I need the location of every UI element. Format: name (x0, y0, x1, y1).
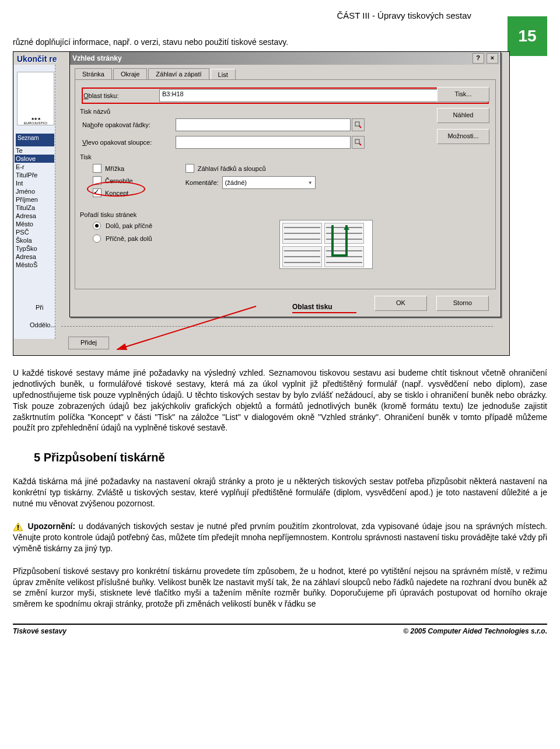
logo-image: ★ ★ ★ EUROJUSTICI (17, 72, 54, 125)
gridlines-label: Mřížka (105, 165, 124, 172)
row-col-headers-label: Záhlaví řádků a sloupců (198, 165, 266, 172)
cancel-button[interactable]: Storno (436, 296, 489, 311)
options-button[interactable]: Možnosti... (437, 129, 489, 144)
blackwhite-label: Černobíle (105, 177, 133, 184)
comments-select[interactable]: (žádné)▼ (222, 176, 316, 189)
across-then-down-label: Příčně, pak dolů (106, 235, 152, 242)
footer-right: © 2005 Computer Aided Technologies s.r.o… (403, 627, 547, 635)
callout-underline (292, 312, 356, 313)
odd-label: Oddělo... (30, 321, 56, 328)
footer-left: Tiskové sestavy (13, 627, 66, 635)
ok-button[interactable]: OK (374, 296, 427, 311)
list-item[interactable]: Jméno (15, 187, 54, 195)
close-button[interactable]: × (487, 53, 498, 64)
down-then-across-label: Dolů, pak příčně (106, 222, 152, 229)
down-then-across-radio[interactable] (93, 222, 101, 230)
paragraph-4: Přizpůsobení tiskové sestavy pro konkrét… (13, 566, 547, 610)
page-setup-dialog: Vzhled stránky ? × StránkaOkrajeZáhlaví … (69, 52, 501, 317)
tab-okraje[interactable]: Okraje (113, 68, 147, 79)
dialog-titlebar: Vzhled stránky ? × (70, 52, 501, 65)
intro-text: různé doplňující informace, např. o verz… (13, 37, 547, 47)
list-item[interactable]: TitulZa (15, 204, 54, 212)
pridej-button[interactable]: Přidej (68, 337, 109, 349)
list-item[interactable]: TypŠko (15, 244, 54, 253)
part-title: ČÁST III - Úpravy tiskových sestav (337, 10, 471, 20)
paragraph-3-warning: Upozornění: u dodávaných tiskových sesta… (13, 521, 547, 554)
list-item[interactable]: TitulPře (15, 171, 54, 179)
section-divider (61, 326, 493, 327)
print-button[interactable]: Tisk... (437, 87, 489, 102)
list-item[interactable]: Adresa (15, 253, 54, 261)
blackwhite-checkbox[interactable] (93, 176, 102, 185)
callout-label: Oblast tisku (292, 303, 332, 311)
tab-list[interactable]: List (211, 69, 236, 80)
screenshot-container: Ukončit re ★ ★ ★ EUROJUSTICI Seznam TeOs… (13, 51, 510, 356)
page-footer: Tiskové sestavy © 2005 Computer Aided Te… (13, 624, 547, 635)
section-5-heading: 5 Přizpůsobení tiskárně (34, 451, 547, 464)
dialog-title: Vzhled stránky (72, 54, 122, 62)
print-area-label: Oblast tisku: (83, 92, 159, 99)
svg-rect-2 (355, 122, 359, 126)
across-then-down-radio[interactable] (93, 235, 101, 243)
comments-label: Komentáře: (186, 179, 219, 186)
help-button[interactable]: ? (473, 53, 484, 64)
group-page-order: Pořadí tisku stránek (80, 211, 488, 218)
seznam-badge: Seznam (16, 134, 54, 146)
svg-rect-4 (18, 525, 19, 528)
repeat-rows-input[interactable] (176, 118, 351, 131)
tab-str-nka[interactable]: Stránka (75, 68, 112, 79)
draft-label: Koncept (105, 190, 128, 197)
repeat-rows-label: Nahoře opakovat řádky: (82, 121, 176, 128)
warning-label: Upozornění: (28, 522, 76, 531)
print-area-row: Oblast tisku: B3:H18 (82, 88, 488, 103)
paragraph-2: Každá tiskárna má jiné požadavky na nast… (13, 476, 547, 509)
row-col-headers-checkbox[interactable] (186, 164, 194, 173)
background-window-title: Ukončit re (17, 54, 57, 64)
print-area-input[interactable]: B3:H18 (159, 89, 473, 102)
tab-panel-list: Oblast tisku: B3:H18 Tisk názvů Nahoře o… (75, 79, 496, 289)
group-print: Tisk (80, 153, 488, 160)
range-picker-icon[interactable] (352, 118, 365, 131)
repeat-cols-input[interactable] (176, 136, 351, 149)
group-print-titles: Tisk názvů (80, 108, 488, 115)
range-picker-icon[interactable] (352, 136, 365, 149)
list-item[interactable]: E-r (15, 163, 54, 171)
draft-checkbox[interactable] (93, 188, 102, 197)
paragraph-1: U každé tiskové sestavy máme jiné požada… (13, 368, 547, 433)
list-item[interactable]: MěstoŠ (15, 261, 54, 269)
svg-rect-5 (18, 528, 19, 530)
warning-icon (13, 522, 23, 531)
field-list: TeOsloveE-rTitulPřeIntJménoPříjmenTitulZ… (15, 146, 54, 269)
preview-button[interactable]: Náhled (437, 108, 489, 123)
repeat-cols-label: Vlevo opakovat sloupce: (82, 139, 176, 146)
list-item[interactable]: PSČ (15, 228, 54, 236)
svg-rect-3 (355, 139, 359, 144)
list-item[interactable]: Int (15, 179, 54, 187)
list-item[interactable]: Příjmen (15, 195, 54, 204)
list-item[interactable]: Oslove (15, 155, 54, 163)
chevron-down-icon: ▼ (308, 180, 313, 186)
list-item[interactable]: Te (15, 146, 54, 155)
tab-strip: StránkaOkrajeZáhlaví a zápatíList (70, 65, 501, 79)
tab-z-hlav-a-z-pat-[interactable]: Záhlaví a zápatí (148, 68, 209, 79)
list-item[interactable]: Adresa (15, 212, 54, 220)
page-number-badge: 15 (508, 16, 547, 56)
page-order-diagram (279, 220, 373, 269)
pri-label: Při (36, 304, 43, 311)
list-item[interactable]: Město (15, 220, 54, 228)
gridlines-checkbox[interactable] (93, 164, 102, 173)
list-item[interactable]: Škola (15, 236, 54, 244)
